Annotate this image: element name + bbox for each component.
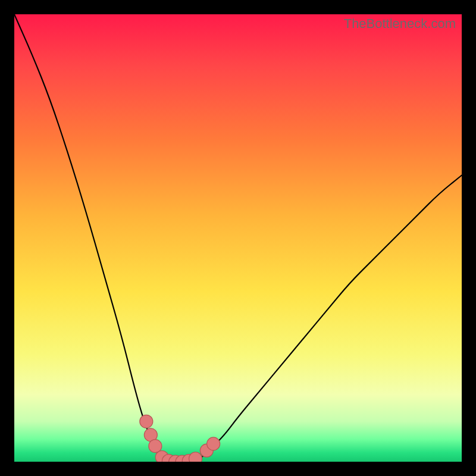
svg-point-2 (151, 442, 159, 450)
markers-group (140, 415, 220, 462)
curve-right-curve (184, 176, 462, 462)
svg-point-0 (142, 417, 151, 425)
curve-left-curve (14, 14, 176, 462)
plot-area: TheBottleneck.com (14, 14, 462, 462)
svg-point-10 (209, 440, 218, 448)
chart-svg (14, 14, 462, 462)
curves-group (14, 14, 462, 462)
chart-frame: TheBottleneck.com (0, 0, 476, 476)
svg-point-1 (146, 431, 155, 439)
